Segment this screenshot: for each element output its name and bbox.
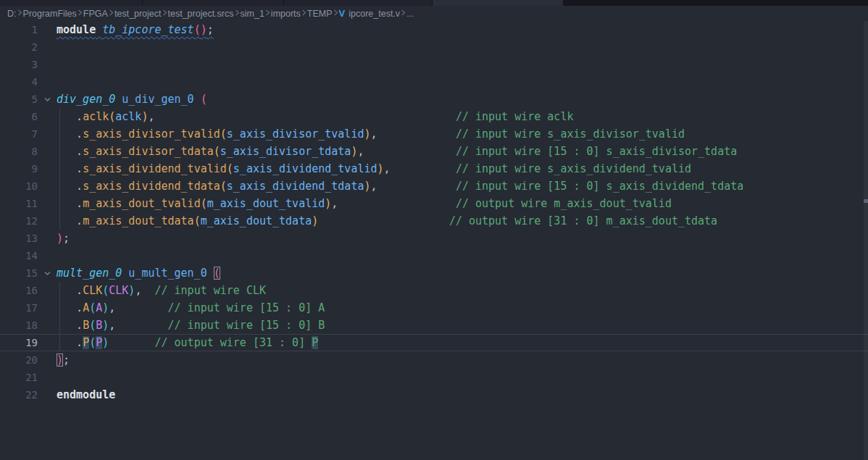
code-token: , (371, 180, 377, 193)
code-line[interactable]: 4 (0, 73, 868, 91)
line-number[interactable]: 10 (0, 177, 38, 195)
code-line[interactable]: 12 .m_axis_dout_tdata(m_axis_dout_tdata)… (0, 212, 868, 230)
code-token: , (109, 301, 115, 314)
tab-segment[interactable] (143, 0, 284, 6)
line-number[interactable]: 3 (0, 56, 38, 73)
code-text: .m_axis_dout_tdata(m_axis_dout_tdata) //… (57, 212, 717, 230)
code-line[interactable]: 10 .s_axis_dividend_tdata(s_axis_dividen… (0, 177, 868, 195)
code-line[interactable]: 6 .aclk(aclk), // input wire aclk (0, 108, 868, 125)
code-line[interactable]: 7 .s_axis_divisor_tvalid(s_axis_divisor_… (0, 125, 868, 143)
code-token (96, 23, 102, 36)
code-line[interactable]: 13); (0, 230, 868, 247)
code-token: mult_gen_0 (57, 267, 122, 280)
breadcrumb-item[interactable]: ... (406, 9, 414, 19)
line-number[interactable]: 6 (0, 108, 38, 125)
code-line[interactable]: 8 .s_axis_divisor_tdata(s_axis_divisor_t… (0, 143, 868, 160)
breadcrumb-item[interactable]: imports (271, 9, 301, 19)
chevron-right-icon (108, 9, 114, 19)
code-token: // output wire [31 : 0] (154, 336, 312, 349)
code-text: .s_axis_divisor_tvalid(s_axis_divisor_tv… (57, 125, 685, 143)
code-line[interactable]: 17 .A(A), // input wire [15 : 0] A (0, 299, 868, 317)
indent-guide (59, 282, 60, 351)
line-number[interactable]: 2 (0, 38, 38, 56)
code-line[interactable]: 15mult_gen_0 u_mult_gen_0 ( (0, 264, 868, 282)
tab-segment-active[interactable] (433, 0, 563, 6)
line-number[interactable]: 21 (0, 369, 38, 386)
code-token (141, 284, 154, 297)
code-line[interactable]: 20); (0, 351, 868, 369)
tab-segment[interactable] (284, 0, 433, 6)
breadcrumb-item[interactable]: test_project.srcs (168, 9, 234, 19)
code-token (154, 110, 455, 123)
line-number[interactable]: 15 (0, 264, 38, 282)
code-token: P (312, 336, 318, 349)
breadcrumb-item[interactable]: FPGA (83, 9, 108, 19)
breadcrumb-item[interactable]: D: (7, 9, 17, 19)
code-line[interactable]: 1module tb_ipcore_test(); (0, 21, 868, 38)
code-token: s_axis_dividend_tdata (227, 180, 364, 193)
line-number[interactable]: 14 (0, 247, 38, 264)
fold-chevron-down-icon[interactable] (38, 264, 57, 282)
tab-segment[interactable] (0, 0, 143, 6)
code-token: ; (63, 354, 70, 367)
code-line[interactable]: 21 (0, 369, 868, 386)
fold-chevron-down-icon[interactable] (38, 91, 57, 108)
code-line[interactable]: 18 .B(B), // input wire [15 : 0] B (0, 317, 868, 334)
code-line[interactable]: 16 .CLK(CLK), // input wire CLK (0, 282, 868, 299)
fold-margin (38, 125, 57, 143)
breadcrumb-label: FPGA (83, 9, 108, 19)
code-line[interactable]: 2 (0, 38, 868, 56)
code-token: . (76, 214, 83, 227)
code-line[interactable]: 14 (0, 247, 868, 264)
line-number[interactable]: 9 (0, 160, 38, 177)
line-number[interactable]: 18 (0, 317, 38, 334)
code-token: ) (102, 336, 109, 349)
fold-margin (38, 38, 57, 56)
code-token: endmodule (57, 388, 115, 401)
code-token: ) (57, 354, 63, 367)
indent-guide (59, 108, 60, 230)
line-number[interactable]: 5 (0, 91, 38, 108)
code-line[interactable]: 5div_gen_0 u_div_gen_0 ( (0, 91, 868, 108)
code-token: // input wire s_axis_dividend_tvalid (456, 162, 691, 175)
code-line[interactable]: 22endmodule (0, 386, 868, 403)
code-token: ( (214, 145, 220, 158)
breadcrumb-item[interactable]: sim_1 (241, 9, 264, 19)
line-number[interactable]: 11 (0, 195, 38, 212)
line-number[interactable]: 22 (0, 386, 38, 403)
line-number[interactable]: 19 (0, 334, 38, 351)
code-token: s_axis_dividend_tvalid (233, 162, 377, 175)
code-token: ( (194, 214, 201, 227)
code-token: . (76, 110, 83, 123)
line-number[interactable]: 7 (0, 125, 38, 143)
line-number[interactable]: 1 (0, 21, 38, 38)
line-number[interactable]: 13 (0, 230, 38, 247)
fold-margin (38, 299, 57, 317)
line-number[interactable]: 8 (0, 143, 38, 160)
breadcrumb-item[interactable]: Vipcore_test.v (339, 8, 401, 19)
code-token: . (76, 319, 83, 332)
fold-margin (38, 369, 57, 386)
breadcrumb-item[interactable]: TEMP (307, 9, 333, 19)
line-number[interactable]: 20 (0, 351, 38, 369)
code-line[interactable]: 11 .m_axis_dout_tvalid(m_axis_dout_tvali… (0, 195, 868, 212)
code-line[interactable]: 3 (0, 56, 868, 73)
code-token: P (83, 336, 89, 349)
code-token: ( (194, 23, 201, 36)
line-number[interactable]: 4 (0, 73, 38, 91)
code-token: // input wire [15 : 0] B (168, 319, 325, 332)
code-editor-window: D:ProgramFilesFPGAtest_projecttest_proje… (0, 0, 868, 460)
code-line[interactable]: 19 .P(P) // output wire [31 : 0] P (0, 334, 868, 351)
vertical-scrollbar[interactable] (864, 21, 868, 460)
breadcrumb-item[interactable]: test_project (114, 9, 162, 19)
breadcrumb-item[interactable]: ProgramFiles (23, 9, 77, 19)
editor[interactable]: 1module tb_ipcore_test();2345div_gen_0 u… (0, 21, 868, 460)
code-token: . (76, 162, 83, 175)
code-line[interactable]: 9 .s_axis_dividend_tvalid(s_axis_dividen… (0, 160, 868, 177)
line-number[interactable]: 17 (0, 299, 38, 317)
line-number[interactable]: 16 (0, 282, 38, 299)
line-number[interactable]: 12 (0, 212, 38, 230)
breadcrumb-label: test_project (114, 9, 162, 19)
code-text: .aclk(aclk), // input wire aclk (57, 108, 573, 125)
code-token (338, 197, 456, 210)
